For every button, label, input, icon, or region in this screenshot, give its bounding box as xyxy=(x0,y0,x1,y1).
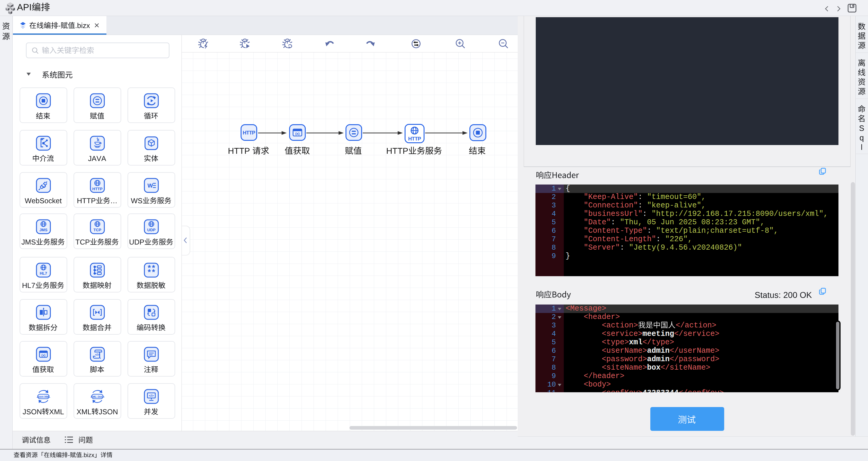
svg-text:(x): (x) xyxy=(41,354,45,357)
svg-text:HTTP: HTTP xyxy=(92,187,102,191)
svg-text:Json-XML: Json-XML xyxy=(36,395,50,398)
svg-text:W: W xyxy=(148,182,153,189)
svg-text:*: * xyxy=(148,268,151,276)
svg-text:HTTP: HTTP xyxy=(243,130,255,136)
svg-text:XML-Json: XML-Json xyxy=(90,395,104,398)
svg-text:</>: </> xyxy=(149,394,154,397)
svg-text:HTTP: HTTP xyxy=(408,136,421,142)
svg-text:*: * xyxy=(152,268,155,276)
svg-text:</>: </> xyxy=(95,353,100,357)
svg-text:UDP: UDP xyxy=(147,228,156,232)
svg-text:(x): (x) xyxy=(295,132,299,135)
svg-text:HL7: HL7 xyxy=(40,271,47,276)
svg-text:TCP: TCP xyxy=(93,228,101,232)
svg-text:JMS: JMS xyxy=(39,228,48,232)
